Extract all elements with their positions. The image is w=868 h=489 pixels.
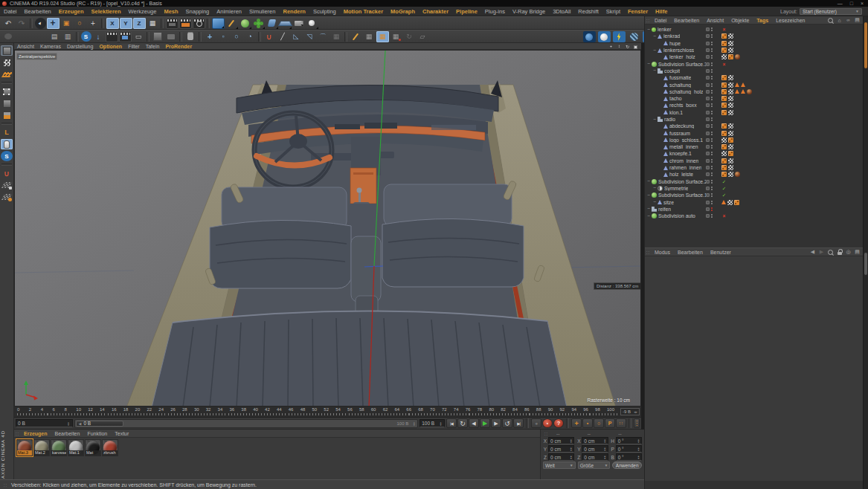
link-icon[interactable] [845, 17, 852, 24]
menu-simulieren[interactable]: Simulieren [245, 8, 279, 15]
editor-dot-icon[interactable] [711, 111, 713, 112]
mode-texture-icon[interactable] [1, 57, 13, 68]
open-file-icon[interactable] [48, 31, 61, 42]
menu-redshift[interactable]: Redshift [574, 8, 602, 15]
forward-icon[interactable] [818, 249, 825, 256]
minimize-button[interactable]: — [838, 1, 843, 6]
visibility-toggles[interactable] [706, 166, 719, 169]
menu-rendern[interactable]: Rendern [279, 8, 309, 15]
axis-x-icon[interactable] [106, 18, 119, 29]
menu-mograph[interactable]: MoGraph [387, 8, 419, 15]
timeline-overflow-field[interactable]: -9 B◂▸ [620, 408, 640, 415]
visibility-toggles[interactable] [706, 187, 719, 190]
z-value-field[interactable]: 0 cm [548, 453, 574, 461]
visibility-dots[interactable] [711, 166, 713, 169]
p-value-field[interactable]: 0 ° [616, 445, 642, 453]
visibility-toggles[interactable] [706, 214, 719, 218]
visibility-dots[interactable] [711, 201, 713, 204]
editor-dot-icon[interactable] [711, 42, 713, 43]
object-row[interactable]: −radio [645, 116, 863, 123]
visibility-dots[interactable] [711, 27, 713, 31]
render-dot-icon[interactable] [711, 210, 713, 211]
arc-icon[interactable] [317, 31, 329, 42]
visibility-toggles[interactable] [706, 117, 719, 121]
editor-dot-icon[interactable] [711, 55, 713, 56]
render-settings-icon[interactable] [193, 18, 205, 29]
render-dot-icon[interactable] [711, 106, 713, 107]
editor-dot-icon[interactable] [711, 187, 713, 188]
uvw-tag-icon[interactable] [728, 131, 733, 136]
render-dot-icon[interactable] [711, 189, 713, 190]
render-toggle-icon[interactable] [706, 69, 710, 73]
object-row[interactable]: −rechts_boxx [645, 102, 863, 109]
render-dot-icon[interactable] [711, 168, 713, 169]
enabled-check-icon[interactable]: ✓ [721, 186, 727, 191]
render-dot-icon[interactable] [711, 195, 713, 197]
paste-icon[interactable] [62, 31, 74, 42]
menu-fenster[interactable]: Fenster [624, 8, 652, 15]
texture-tag-icon[interactable] [721, 89, 727, 94]
uvw-tag-icon[interactable] [728, 82, 733, 88]
editor-dot-icon[interactable] [711, 166, 713, 167]
render-toggle-icon[interactable] [706, 27, 710, 31]
magnet-icon[interactable] [263, 31, 276, 42]
panel-handle-icon[interactable]: ∷ [14, 431, 20, 436]
object-row[interactable]: −lenker× [645, 26, 863, 33]
visibility-toggles[interactable] [706, 152, 719, 155]
visibility-dots[interactable] [711, 124, 713, 128]
uvw-tag-icon[interactable] [721, 137, 727, 143]
keyframe-record-button[interactable] [542, 418, 553, 428]
search-icon[interactable] [827, 249, 834, 256]
last-tool-icon[interactable] [87, 18, 100, 29]
fold-toggle-icon[interactable]: − [652, 185, 658, 191]
menu-animieren[interactable]: Animieren [213, 8, 245, 15]
mode-polygons-icon[interactable] [1, 110, 13, 120]
texture-tag-icon[interactable] [728, 151, 733, 156]
menu-erzeugen[interactable]: Erzeugen [55, 8, 88, 15]
timeline-ruler[interactable]: 0246810121416182022242628303234363840424… [14, 407, 641, 418]
axis-z-icon[interactable] [133, 18, 146, 29]
mode-points-icon[interactable] [1, 86, 13, 97]
visibility-dots[interactable] [711, 138, 713, 142]
poly-select-icon[interactable] [290, 31, 303, 42]
visibility-dots[interactable] [711, 172, 713, 176]
render-dot-icon[interactable] [711, 30, 713, 31]
scale-icon[interactable] [60, 18, 73, 29]
move-alt-icon[interactable] [204, 31, 216, 42]
viewport-menu-prorender[interactable]: ProRender [162, 44, 195, 49]
object-row[interactable]: −metall_innen [645, 143, 863, 150]
menu-charakter[interactable]: Charakter [419, 8, 452, 15]
key-rotation-button[interactable] [594, 418, 604, 428]
fold-toggle-icon[interactable]: − [646, 178, 652, 184]
camera-gray-icon[interactable] [165, 31, 178, 42]
cube-gray-icon[interactable] [152, 31, 164, 42]
visibility-dots[interactable] [711, 193, 713, 197]
editor-dot-icon[interactable] [711, 193, 713, 195]
attribute-menu-benutzer[interactable]: Benutzer [707, 250, 735, 255]
object-row[interactable]: −Subdivision Surface.2✓ [645, 178, 863, 185]
object-row[interactable]: −cockpit [645, 68, 863, 74]
render-dot-icon[interactable] [711, 36, 713, 38]
undo-icon[interactable] [2, 18, 15, 29]
object-row[interactable]: −logo_schloss.1 [645, 137, 863, 143]
visibility-dots[interactable] [711, 62, 713, 66]
menu-werkzeuge[interactable]: Werkzeuge [125, 8, 161, 15]
uvw-tag-icon[interactable] [727, 200, 733, 205]
render-dot-icon[interactable] [711, 85, 713, 87]
material-mat-2[interactable]: Mat.2 [33, 439, 50, 456]
scale-alt-icon[interactable] [217, 31, 230, 42]
render-dot-icon[interactable] [711, 175, 713, 176]
vray-geometry-icon[interactable] [583, 31, 596, 42]
normal-tag-icon[interactable] [741, 82, 745, 87]
render-toggle-icon[interactable] [706, 83, 710, 87]
visibility-dots[interactable] [711, 76, 713, 80]
uvw-tag-icon[interactable] [728, 75, 733, 80]
object-row[interactable]: −klon.1 [645, 109, 863, 116]
apply-button[interactable]: Anwenden [612, 462, 642, 469]
render-toggle-icon[interactable] [706, 159, 710, 163]
disabled-x-icon[interactable]: × [721, 213, 727, 218]
add-light-icon[interactable] [306, 18, 318, 29]
frame-slider-thumb[interactable]: ◀0 B [76, 421, 123, 427]
editor-dot-icon[interactable] [711, 62, 713, 64]
visibility-toggles[interactable] [706, 103, 719, 107]
